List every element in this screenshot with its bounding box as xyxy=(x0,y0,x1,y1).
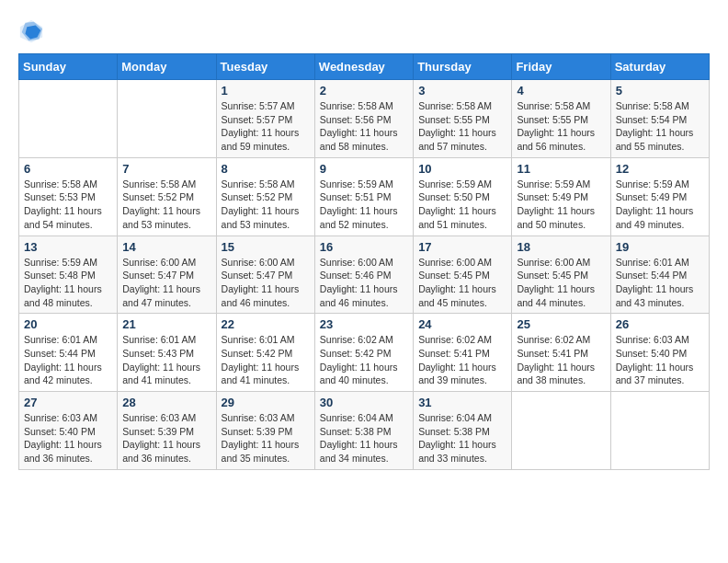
weekday-header: Friday xyxy=(512,54,610,80)
calendar-cell: 15Sunrise: 6:00 AMSunset: 5:47 PMDayligh… xyxy=(216,236,314,314)
day-number: 28 xyxy=(122,396,210,409)
calendar-cell: 23Sunrise: 6:02 AMSunset: 5:42 PMDayligh… xyxy=(314,314,413,392)
day-number: 15 xyxy=(222,240,310,254)
day-number: 24 xyxy=(418,317,506,331)
calendar-cell: 10Sunrise: 5:59 AMSunset: 5:50 PMDayligh… xyxy=(414,157,512,236)
day-number: 18 xyxy=(517,240,605,254)
day-info: Sunrise: 6:01 AMSunset: 5:44 PMDaylight:… xyxy=(616,256,704,310)
day-info: Sunrise: 6:00 AMSunset: 5:46 PMDaylight:… xyxy=(320,256,408,310)
calendar-cell: 9Sunrise: 5:59 AMSunset: 5:51 PMDaylight… xyxy=(314,157,413,236)
day-number: 12 xyxy=(616,162,704,176)
calendar-cell: 11Sunrise: 5:59 AMSunset: 5:49 PMDayligh… xyxy=(512,157,610,236)
logo-icon xyxy=(18,18,44,44)
calendar-cell: 4Sunrise: 5:58 AMSunset: 5:55 PMDaylight… xyxy=(512,80,610,158)
calendar-cell: 18Sunrise: 6:00 AMSunset: 5:45 PMDayligh… xyxy=(512,236,610,314)
day-info: Sunrise: 5:58 AMSunset: 5:52 PMDaylight:… xyxy=(122,178,210,232)
calendar-week-row: 1Sunrise: 5:57 AMSunset: 5:57 PMDaylight… xyxy=(19,80,710,158)
day-number: 29 xyxy=(222,396,310,409)
weekday-header: Tuesday xyxy=(216,54,314,80)
calendar-cell: 25Sunrise: 6:02 AMSunset: 5:41 PMDayligh… xyxy=(512,314,610,392)
day-number: 21 xyxy=(122,317,210,331)
day-number: 26 xyxy=(616,317,704,331)
weekday-header: Sunday xyxy=(19,54,118,80)
calendar-table: SundayMondayTuesdayWednesdayThursdayFrid… xyxy=(18,53,710,470)
weekday-header: Thursday xyxy=(414,54,512,80)
day-info: Sunrise: 5:59 AMSunset: 5:48 PMDaylight:… xyxy=(24,256,112,310)
day-number: 22 xyxy=(222,317,310,331)
day-number: 3 xyxy=(418,84,506,98)
calendar-cell: 6Sunrise: 5:58 AMSunset: 5:53 PMDaylight… xyxy=(19,157,118,236)
day-number: 6 xyxy=(24,162,112,176)
day-info: Sunrise: 6:01 AMSunset: 5:44 PMDaylight:… xyxy=(24,333,112,387)
day-number: 10 xyxy=(418,162,506,176)
day-info: Sunrise: 5:59 AMSunset: 5:51 PMDaylight:… xyxy=(320,178,408,232)
day-info: Sunrise: 6:03 AMSunset: 5:40 PMDaylight:… xyxy=(24,411,112,465)
day-number: 8 xyxy=(222,162,310,176)
day-number: 1 xyxy=(222,84,310,98)
day-number: 25 xyxy=(517,317,605,331)
calendar-cell: 29Sunrise: 6:03 AMSunset: 5:39 PMDayligh… xyxy=(216,392,314,470)
calendar-cell: 2Sunrise: 5:58 AMSunset: 5:56 PMDaylight… xyxy=(314,80,413,158)
day-number: 14 xyxy=(122,240,210,254)
calendar-cell: 19Sunrise: 6:01 AMSunset: 5:44 PMDayligh… xyxy=(610,236,709,314)
calendar-week-row: 20Sunrise: 6:01 AMSunset: 5:44 PMDayligh… xyxy=(19,314,710,392)
day-info: Sunrise: 6:01 AMSunset: 5:43 PMDaylight:… xyxy=(122,333,210,387)
day-number: 4 xyxy=(517,84,605,98)
calendar-cell: 3Sunrise: 5:58 AMSunset: 5:55 PMDaylight… xyxy=(414,80,512,158)
day-info: Sunrise: 6:04 AMSunset: 5:38 PMDaylight:… xyxy=(320,411,408,465)
day-info: Sunrise: 5:57 AMSunset: 5:57 PMDaylight:… xyxy=(222,99,310,154)
day-number: 9 xyxy=(320,162,408,176)
calendar-cell xyxy=(118,80,216,158)
calendar-cell xyxy=(512,392,610,470)
day-info: Sunrise: 5:58 AMSunset: 5:54 PMDaylight:… xyxy=(616,99,704,154)
weekday-header: Monday xyxy=(118,54,216,80)
calendar-cell xyxy=(19,80,118,158)
calendar-cell: 8Sunrise: 5:58 AMSunset: 5:52 PMDaylight… xyxy=(216,157,314,236)
day-info: Sunrise: 6:01 AMSunset: 5:42 PMDaylight:… xyxy=(222,333,310,387)
calendar-cell: 1Sunrise: 5:57 AMSunset: 5:57 PMDaylight… xyxy=(216,80,314,158)
day-info: Sunrise: 5:58 AMSunset: 5:55 PMDaylight:… xyxy=(517,99,605,154)
day-info: Sunrise: 5:58 AMSunset: 5:53 PMDaylight:… xyxy=(24,178,112,232)
page-header xyxy=(18,18,710,44)
calendar-cell: 7Sunrise: 5:58 AMSunset: 5:52 PMDaylight… xyxy=(118,157,216,236)
calendar-cell: 20Sunrise: 6:01 AMSunset: 5:44 PMDayligh… xyxy=(19,314,118,392)
day-info: Sunrise: 5:58 AMSunset: 5:52 PMDaylight:… xyxy=(222,178,310,232)
day-number: 11 xyxy=(517,162,605,176)
calendar-cell: 12Sunrise: 5:59 AMSunset: 5:49 PMDayligh… xyxy=(610,157,709,236)
day-info: Sunrise: 6:02 AMSunset: 5:41 PMDaylight:… xyxy=(517,333,605,387)
calendar-cell: 22Sunrise: 6:01 AMSunset: 5:42 PMDayligh… xyxy=(216,314,314,392)
calendar-cell: 13Sunrise: 5:59 AMSunset: 5:48 PMDayligh… xyxy=(19,236,118,314)
calendar-week-row: 27Sunrise: 6:03 AMSunset: 5:40 PMDayligh… xyxy=(19,392,710,470)
day-number: 23 xyxy=(320,317,408,331)
calendar-week-row: 6Sunrise: 5:58 AMSunset: 5:53 PMDaylight… xyxy=(19,157,710,236)
day-info: Sunrise: 6:00 AMSunset: 5:47 PMDaylight:… xyxy=(222,256,310,310)
calendar-cell: 5Sunrise: 5:58 AMSunset: 5:54 PMDaylight… xyxy=(610,80,709,158)
day-info: Sunrise: 6:03 AMSunset: 5:39 PMDaylight:… xyxy=(222,411,310,465)
weekday-header: Wednesday xyxy=(314,54,413,80)
day-info: Sunrise: 5:58 AMSunset: 5:56 PMDaylight:… xyxy=(320,99,408,154)
calendar-cell: 16Sunrise: 6:00 AMSunset: 5:46 PMDayligh… xyxy=(314,236,413,314)
day-info: Sunrise: 5:59 AMSunset: 5:49 PMDaylight:… xyxy=(616,178,704,232)
day-info: Sunrise: 6:02 AMSunset: 5:41 PMDaylight:… xyxy=(418,333,506,387)
calendar-cell: 27Sunrise: 6:03 AMSunset: 5:40 PMDayligh… xyxy=(19,392,118,470)
calendar-header-row: SundayMondayTuesdayWednesdayThursdayFrid… xyxy=(19,54,710,80)
day-info: Sunrise: 6:02 AMSunset: 5:42 PMDaylight:… xyxy=(320,333,408,387)
calendar-cell xyxy=(610,392,709,470)
calendar-cell: 31Sunrise: 6:04 AMSunset: 5:38 PMDayligh… xyxy=(414,392,512,470)
weekday-header: Saturday xyxy=(610,54,709,80)
calendar-cell: 30Sunrise: 6:04 AMSunset: 5:38 PMDayligh… xyxy=(314,392,413,470)
calendar-cell: 26Sunrise: 6:03 AMSunset: 5:40 PMDayligh… xyxy=(610,314,709,392)
day-number: 31 xyxy=(418,396,506,409)
day-number: 2 xyxy=(320,84,408,98)
day-info: Sunrise: 5:59 AMSunset: 5:49 PMDaylight:… xyxy=(517,178,605,232)
calendar-cell: 14Sunrise: 6:00 AMSunset: 5:47 PMDayligh… xyxy=(118,236,216,314)
calendar-week-row: 13Sunrise: 5:59 AMSunset: 5:48 PMDayligh… xyxy=(19,236,710,314)
calendar-cell: 28Sunrise: 6:03 AMSunset: 5:39 PMDayligh… xyxy=(118,392,216,470)
day-number: 17 xyxy=(418,240,506,254)
day-number: 20 xyxy=(24,317,112,331)
logo xyxy=(18,18,46,44)
day-number: 16 xyxy=(320,240,408,254)
day-info: Sunrise: 5:58 AMSunset: 5:55 PMDaylight:… xyxy=(418,99,506,154)
day-info: Sunrise: 6:00 AMSunset: 5:45 PMDaylight:… xyxy=(517,256,605,310)
calendar-cell: 24Sunrise: 6:02 AMSunset: 5:41 PMDayligh… xyxy=(414,314,512,392)
